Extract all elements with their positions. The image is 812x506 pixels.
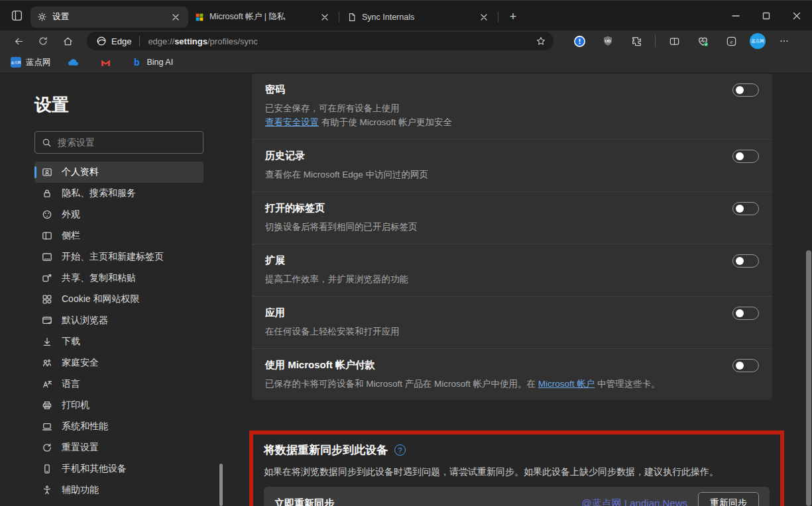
toggle-knob xyxy=(736,309,744,317)
address-bar[interactable]: Edge edge://settings/profiles/sync xyxy=(87,32,553,50)
sidebar-item-privacy[interactable]: 隐私、搜索和服务 xyxy=(34,183,203,204)
new-tab-button[interactable]: + xyxy=(504,8,522,26)
sidebar-item-printers[interactable]: 打印机 xyxy=(34,395,203,416)
row-description: 已安全保存，可在所有设备上使用 查看安全设置 有助于使 Microsoft 帐户… xyxy=(265,102,722,130)
refresh-button[interactable] xyxy=(32,32,54,50)
payments-sync-toggle[interactable] xyxy=(732,359,759,372)
edge-logo-icon xyxy=(96,36,107,46)
sidebar-item-system-performance[interactable]: 系统和性能 xyxy=(34,416,203,437)
adblock-shield-extension-icon[interactable]: UD xyxy=(598,32,618,50)
avatar-label: 蓝点网 xyxy=(751,38,764,44)
window-controls xyxy=(721,1,812,30)
history-sync-toggle[interactable] xyxy=(732,150,759,163)
maximize-button[interactable] xyxy=(751,1,782,30)
resync-action-label: 立即重新同步 xyxy=(274,497,582,506)
sync-settings-content: 密码 已安全保存，可在所有设备上使用 查看安全设置 有助于使 Microsoft… xyxy=(252,74,774,506)
chip-separator xyxy=(139,36,140,46)
tab-microsoft-account[interactable]: Microsoft 帐户 | 隐私 xyxy=(188,7,337,28)
close-tab-icon[interactable] xyxy=(170,11,182,23)
tab-separator xyxy=(339,12,339,23)
bookmark-bing-ai[interactable]: b Bing AI xyxy=(132,57,174,68)
browser-essentials-icon[interactable] xyxy=(693,32,713,50)
profile-avatar[interactable]: 蓝点网 xyxy=(750,33,766,49)
sidebar-item-accessibility[interactable]: 辅助功能 xyxy=(34,480,203,501)
download-icon xyxy=(42,336,52,347)
printer-icon xyxy=(42,400,52,411)
more-menu-icon[interactable] xyxy=(774,32,794,50)
page-scrollbar-thumb[interactable] xyxy=(806,250,811,506)
gear-icon xyxy=(37,12,47,22)
tab-settings[interactable]: 设置 xyxy=(30,7,188,28)
accessibility-icon xyxy=(42,485,52,495)
tab-strip: 设置 Microsoft 帐户 | 隐私 Sync Internals xyxy=(30,1,522,30)
toggle-knob xyxy=(736,205,744,213)
sidebar-item-sidebar[interactable]: 侧栏 xyxy=(34,225,203,246)
svg-text:b: b xyxy=(134,57,140,68)
sidebar-item-downloads[interactable]: 下载 xyxy=(34,331,203,352)
close-window-button[interactable] xyxy=(782,1,812,30)
page-icon xyxy=(347,13,357,22)
extensions-puzzle-icon[interactable] xyxy=(626,32,646,50)
sidebar-item-default-browser[interactable]: 默认浏览器 xyxy=(34,310,203,331)
bookmark-onedrive[interactable] xyxy=(67,56,84,69)
row-description: 提高工作效率，并扩展浏览器的功能 xyxy=(265,273,722,287)
sidebar-item-start-home-newtab[interactable]: 开始、主页和新建标签页 xyxy=(34,246,203,268)
close-tab-icon[interactable] xyxy=(319,11,331,23)
apps-sync-toggle[interactable] xyxy=(732,307,759,320)
split-screen-icon[interactable] xyxy=(664,32,684,50)
profile-icon xyxy=(42,167,52,177)
gmail-icon xyxy=(100,57,111,68)
open-tabs-sync-toggle[interactable] xyxy=(732,202,759,215)
toolbar-separator xyxy=(655,35,656,47)
sync-options-card: 密码 已安全保存，可在所有设备上使用 查看安全设置 有助于使 Microsoft… xyxy=(252,74,772,400)
search-input[interactable] xyxy=(58,137,196,148)
sidebar-scrollbar-thumb[interactable] xyxy=(219,464,223,506)
row-description: 切换设备后将看到相同的已开启标签页 xyxy=(265,221,722,234)
password-manager-extension-icon[interactable] xyxy=(569,32,589,50)
tab-title: Sync Internals xyxy=(362,13,473,22)
close-tab-icon[interactable] xyxy=(478,11,490,23)
extensions-sync-toggle[interactable] xyxy=(732,254,759,268)
sidebar-item-phone-devices[interactable]: 手机和其他设备 xyxy=(34,458,203,480)
laptop-icon xyxy=(42,421,52,432)
microsoft-account-link[interactable]: Microsoft 帐户 xyxy=(538,379,595,389)
home-button[interactable] xyxy=(57,32,78,50)
tab-title: Microsoft 帐户 | 隐私 xyxy=(209,11,314,23)
phone-icon xyxy=(42,464,52,474)
settings-search-box[interactable] xyxy=(34,131,203,154)
sync-row-open-tabs: 打开的标签页 切换设备后将看到相同的已开启标签页 xyxy=(252,192,772,244)
sync-row-passwords: 密码 已安全保存，可在所有设备上使用 查看安全设置 有助于使 Microsoft… xyxy=(252,74,772,140)
default-browser-icon xyxy=(42,315,52,326)
bookmark-gmail[interactable] xyxy=(100,57,116,68)
view-security-settings-link[interactable]: 查看安全设置 xyxy=(265,117,319,127)
sidebar-item-share-copy-paste[interactable]: 共享、复制和粘贴 xyxy=(34,268,203,289)
tab-separator xyxy=(498,12,498,23)
help-icon[interactable]: ? xyxy=(394,444,406,456)
microsoft-logo-icon xyxy=(195,13,204,22)
settings-nav: 个人资料 隐私、搜索和服务 外观 侧栏 xyxy=(34,162,203,506)
sidebar-item-about-edge[interactable]: 关于 Microsoft Edge xyxy=(34,501,203,506)
sync-row-extensions: 扩展 提高工作效率，并扩展浏览器的功能 xyxy=(252,244,772,297)
sidebar-item-languages[interactable]: 语言 xyxy=(34,374,203,395)
sidebar-item-cookies-permissions[interactable]: Cookie 和网站权限 xyxy=(34,289,203,310)
sidebar-item-appearance[interactable]: 外观 xyxy=(34,204,203,225)
ie-mode-icon[interactable]: e xyxy=(721,32,741,50)
sidebar-item-family-safety[interactable]: 家庭安全 xyxy=(34,352,203,374)
tab-actions-button[interactable] xyxy=(8,7,25,25)
back-button[interactable] xyxy=(8,32,29,50)
bookmark-landian[interactable]: 蓝点网 蓝点网 xyxy=(11,57,51,68)
toggle-knob xyxy=(736,86,744,94)
resync-button[interactable]: 重新同步 xyxy=(698,492,759,506)
row-title: 应用 xyxy=(265,307,722,319)
bookmarks-bar: 蓝点网 蓝点网 b Bing AI xyxy=(0,52,812,73)
row-title: 密码 xyxy=(265,83,722,96)
minimize-button[interactable] xyxy=(721,1,751,30)
passwords-sync-toggle[interactable] xyxy=(732,83,759,97)
row-description: 在任何设备上轻松安装和打开应用 xyxy=(265,325,722,339)
site-chip-label: Edge xyxy=(111,36,131,46)
tab-sync-internals[interactable]: Sync Internals xyxy=(341,7,496,28)
favorite-star-icon[interactable] xyxy=(532,32,550,50)
toggle-knob xyxy=(736,152,744,160)
sidebar-item-profiles[interactable]: 个人资料 xyxy=(34,162,203,183)
sidebar-item-reset-settings[interactable]: 重置设置 xyxy=(34,437,203,458)
